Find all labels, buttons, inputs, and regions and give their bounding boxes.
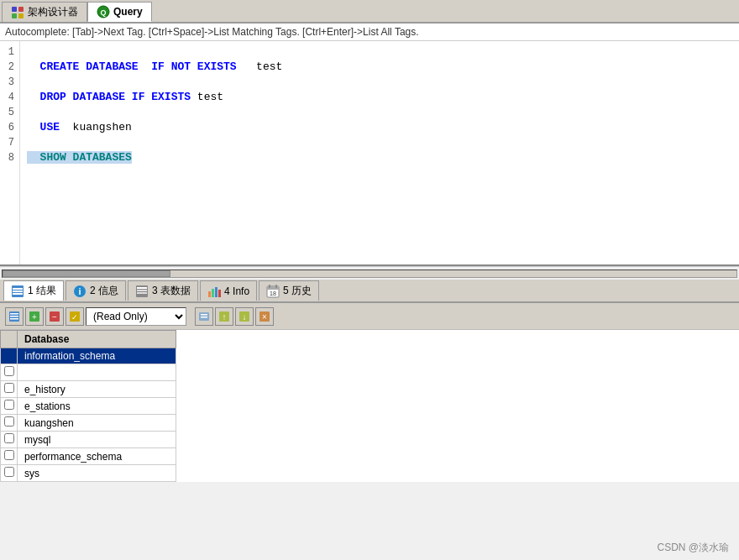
table-cell: performance_schema [18, 448, 176, 465]
svg-rect-28 [10, 318, 18, 320]
svg-rect-27 [10, 316, 18, 317]
svg-text:+: + [32, 312, 37, 322]
row-checkbox-cell [1, 364, 18, 381]
table-header-checkbox [1, 331, 18, 348]
toolbar-btn-8[interactable]: × [255, 307, 274, 326]
row-checkbox[interactable] [4, 467, 14, 477]
scrollbar-track[interactable] [2, 270, 737, 278]
row-checkbox[interactable] [4, 400, 14, 410]
result-tab-info-label: 2 信息 [90, 284, 118, 298]
table-row[interactable]: e_history [1, 381, 176, 398]
svg-text:↑: ↑ [223, 312, 227, 322]
result-tab-infolabel-label: 4 Info [224, 285, 249, 297]
toolbar-btn-2[interactable]: + [25, 307, 44, 326]
table-row[interactable]: information_schema [1, 348, 176, 364]
row-checkbox-cell [1, 448, 18, 465]
result-tab-bar: 1 结果 i 2 信息 3 表数据 4 Info 1 [0, 280, 739, 303]
svg-rect-19 [218, 290, 221, 297]
svg-rect-7 [13, 288, 23, 290]
result-tab-infolabel[interactable]: 4 Info [200, 280, 257, 301]
watermark: CSDN @淡水瑜 [657, 541, 729, 555]
result-tab-tabledata-label: 3 表数据 [152, 284, 191, 298]
svg-rect-3 [18, 13, 24, 18]
result-tab-info[interactable]: i 2 信息 [66, 280, 126, 301]
result-tab-results[interactable]: 1 结果 [3, 280, 64, 301]
svg-rect-14 [137, 290, 147, 291]
svg-rect-26 [10, 313, 18, 315]
row-checkbox[interactable] [4, 450, 14, 460]
row-checkbox-cell [1, 415, 18, 432]
tab-query-label: Query [113, 6, 143, 18]
autocomplete-bar: Autocomplete: [Tab]->Next Tag. [Ctrl+Spa… [0, 24, 739, 41]
svg-text:✓: ✓ [71, 313, 78, 322]
toolbar-btn-6[interactable]: ↑ [215, 307, 233, 326]
main-tab-bar: 架构设计器 Q Query [0, 0, 739, 24]
query-icon: Q [97, 5, 110, 18]
result-tab-history[interactable]: 18 5 历史 [259, 280, 319, 301]
autocomplete-text: Autocomplete: [Tab]->Next Tag. [Ctrl+Spa… [5, 26, 419, 38]
table-header-database: Database [18, 331, 176, 348]
toolbar-btn-7[interactable]: ↓ [235, 307, 254, 326]
line-numbers: 1 2 3 4 5 6 7 8 [0, 41, 20, 264]
table-cell: information_schema [18, 348, 176, 364]
readonly-select[interactable]: (Read Only) Editable [86, 307, 186, 326]
table-cell: e_history [18, 381, 176, 398]
data-panel: Database information_schemae_historye_st… [0, 330, 739, 482]
table-cell: kuangshen [18, 415, 176, 432]
row-checkbox-cell [1, 465, 18, 482]
tab-arch-label: 架构设计器 [28, 5, 78, 19]
table-row[interactable]: performance_schema [1, 448, 176, 465]
svg-rect-36 [201, 314, 207, 316]
chart-icon [207, 285, 221, 298]
svg-rect-17 [212, 289, 214, 297]
svg-rect-18 [215, 287, 218, 297]
toolbar-btn-1[interactable] [5, 307, 24, 326]
svg-text:×: × [262, 312, 267, 322]
row-checkbox-cell [1, 432, 18, 448]
tab-query[interactable]: Q Query [87, 2, 152, 22]
svg-rect-23 [275, 285, 277, 288]
line-3: DROP DATABASE IF EXISTS test [27, 91, 223, 103]
svg-rect-2 [12, 13, 17, 18]
svg-text:−: − [52, 312, 57, 322]
scrollbar-thumb[interactable] [3, 270, 170, 277]
row-checkbox[interactable] [4, 383, 14, 393]
svg-rect-1 [18, 7, 24, 12]
tab-arch[interactable]: 架构设计器 [2, 2, 87, 22]
row-checkbox-cell [1, 381, 18, 398]
calendar-icon: 18 [266, 285, 280, 298]
table-row[interactable] [1, 364, 176, 381]
line-7: SHOW DATABASES [27, 151, 132, 164]
code-editor[interactable]: CREATE DATABASE IF NOT EXISTS test DROP … [20, 41, 739, 264]
editor-area[interactable]: 1 2 3 4 5 6 7 8 CREATE DATABASE IF NOT E… [0, 41, 739, 266]
table-row[interactable]: kuangshen [1, 415, 176, 432]
arch-icon [11, 6, 24, 19]
svg-rect-22 [269, 285, 270, 288]
svg-rect-15 [137, 292, 147, 294]
toolbar-btn-3[interactable]: − [45, 307, 64, 326]
table-cell: sys [18, 465, 176, 482]
table-row[interactable]: e_stations [1, 398, 176, 415]
table-row[interactable]: mysql [1, 432, 176, 448]
svg-text:i: i [78, 286, 81, 296]
svg-rect-9 [13, 293, 23, 295]
info-icon: i [73, 285, 86, 298]
result-tab-tabledata[interactable]: 3 表数据 [128, 280, 198, 301]
svg-rect-8 [13, 290, 23, 292]
results-table: Database information_schemae_historye_st… [0, 330, 176, 482]
table-row[interactable]: sys [1, 465, 176, 482]
results-icon [11, 285, 24, 298]
table-cell: mysql [18, 432, 176, 448]
line-5: USE kuangshen [27, 121, 132, 133]
svg-text:18: 18 [270, 290, 276, 296]
row-checkbox-cell [1, 348, 18, 364]
table-cell: e_stations [18, 398, 176, 415]
row-checkbox[interactable] [4, 416, 14, 427]
toolbar-btn-5[interactable] [195, 307, 213, 326]
tabledata-icon [135, 285, 149, 298]
h-scrollbar[interactable] [0, 266, 739, 280]
svg-rect-0 [12, 7, 17, 12]
row-checkbox[interactable] [4, 433, 14, 443]
toolbar-btn-4[interactable]: ✓ [66, 307, 84, 326]
row-checkbox[interactable] [4, 366, 14, 376]
